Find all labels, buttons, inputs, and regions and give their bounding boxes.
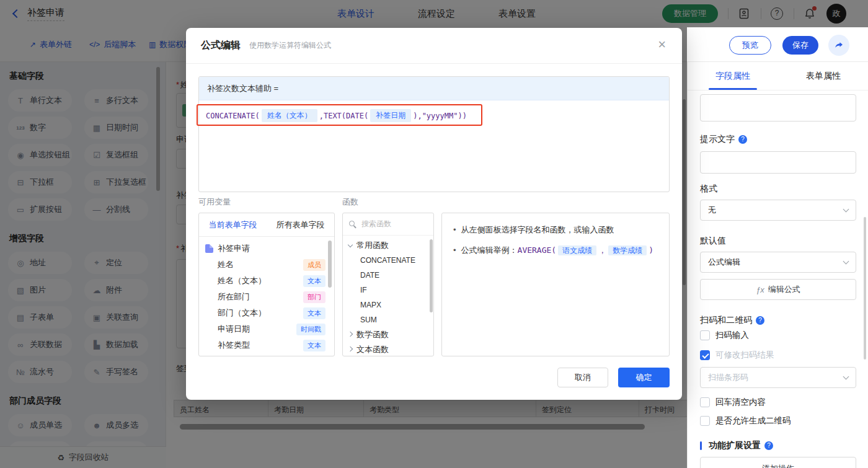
preview-button[interactable]: 预览 bbox=[729, 36, 771, 55]
variable-type-badge: 文本 bbox=[303, 340, 326, 351]
variable-item-补签类型[interactable]: 补签类型文本 bbox=[199, 337, 334, 353]
modal-overlay-top bbox=[0, 0, 868, 27]
variable-type-badge: 时间戳 bbox=[296, 324, 326, 335]
example-code: AVERAGE( bbox=[518, 245, 557, 255]
drawer-tab-表单属性[interactable]: 表单属性 bbox=[778, 62, 868, 90]
modal-subtitle: 使用数学运算符编辑公式 bbox=[249, 40, 331, 51]
share-arrow-icon bbox=[834, 40, 844, 50]
variables-panel-label: 可用变量 bbox=[198, 196, 231, 208]
search-icon bbox=[349, 221, 356, 228]
checkbox-icon bbox=[700, 397, 710, 407]
functions-panel: 搜索函数 常用函数CONCATENATEDATEIFMAPXSUM数学函数文本函… bbox=[342, 213, 434, 356]
function-item-MAPX[interactable]: MAPX bbox=[343, 298, 433, 312]
close-icon[interactable]: × bbox=[658, 38, 666, 51]
chevron-down-icon bbox=[843, 374, 849, 380]
variables-tab-当前表单字段[interactable]: 当前表单字段 bbox=[199, 213, 267, 236]
extend-help-icon[interactable]: ? bbox=[764, 441, 773, 450]
formula-expression[interactable]: CONCATENATE(姓名（文本）,TEXT(DATE(补签日期),"yyyy… bbox=[206, 109, 467, 122]
variables-tabs: 当前表单字段所有表单字段 bbox=[199, 213, 334, 237]
functions-panel-label: 函数 bbox=[342, 196, 358, 208]
section-bar bbox=[700, 441, 702, 450]
function-item-IF[interactable]: IF bbox=[343, 283, 433, 298]
description-input[interactable] bbox=[700, 94, 856, 121]
edit-formula-button[interactable]: ƒx 编辑公式 bbox=[700, 279, 856, 300]
variable-item-所在部门[interactable]: 所在部门部门 bbox=[199, 289, 334, 305]
chevron-down-icon bbox=[348, 242, 353, 247]
modal-title: 公式编辑 bbox=[201, 39, 241, 52]
formula-field-chip[interactable]: 姓名（文本） bbox=[262, 109, 317, 122]
hint-text-label: 提示文字 bbox=[700, 134, 735, 145]
bullet: • bbox=[453, 244, 456, 257]
enter-clear-checkbox[interactable]: 回车清空内容 bbox=[700, 397, 766, 408]
function-item-CONCATENATE[interactable]: CONCATENATE bbox=[343, 253, 433, 268]
formula-code: CONCATENATE( bbox=[206, 112, 260, 120]
variables-tab-所有表单字段[interactable]: 所有表单字段 bbox=[267, 213, 334, 236]
variable-type-badge: 文本 bbox=[303, 275, 326, 287]
functions-scrollbar[interactable] bbox=[430, 239, 433, 312]
checkbox-icon bbox=[700, 416, 710, 426]
checkbox-checked-icon bbox=[700, 350, 710, 360]
help-line-1: 从左侧面板选择字段名和函数，或输入函数 bbox=[461, 224, 614, 236]
function-group-文本函数[interactable]: 文本函数 bbox=[343, 342, 433, 356]
hint-help-icon[interactable]: ? bbox=[738, 135, 747, 144]
variables-scrollbar[interactable] bbox=[328, 241, 332, 288]
formula-editor-modal: 公式编辑 使用数学运算符编辑公式 × 补签次数文本辅助 = CONCATENAT… bbox=[186, 28, 682, 400]
share-button[interactable] bbox=[828, 35, 849, 56]
function-item-DATE[interactable]: DATE bbox=[343, 268, 433, 283]
function-item-SUM[interactable]: SUM bbox=[343, 312, 433, 327]
chevron-right-icon bbox=[348, 331, 353, 336]
variable-item-申请日期[interactable]: 申请日期时间戳 bbox=[199, 321, 334, 337]
chevron-down-icon bbox=[843, 206, 849, 213]
help-panel: • 从左侧面板选择字段名和函数，或输入函数 • 公式编辑举例：AVERAGE(语… bbox=[441, 213, 670, 356]
allow-qr-checkbox[interactable]: 是否允许生成二维码 bbox=[700, 415, 791, 426]
function-search-input[interactable]: 搜索函数 bbox=[343, 213, 433, 236]
scan-section-label: 扫码和二维码 bbox=[700, 315, 752, 326]
extend-section-label: 功能扩展设置 bbox=[709, 440, 761, 451]
drawer-scrollbar[interactable] bbox=[864, 217, 866, 360]
add-action-button[interactable]: 添加操作 bbox=[700, 457, 856, 468]
hint-text-input[interactable] bbox=[700, 151, 856, 174]
modal-header: 公式编辑 使用数学运算符编辑公式 bbox=[186, 28, 682, 64]
formula-field-chip[interactable]: 补签日期 bbox=[370, 109, 411, 122]
example-field-chip: 语文成绩 bbox=[558, 245, 596, 255]
formula-code: ,TEXT(DATE( bbox=[319, 112, 368, 120]
formula-editor-box[interactable]: 补签次数文本辅助 = CONCATENATE(姓名（文本）,TEXT(DATE(… bbox=[198, 76, 670, 192]
formula-code: ),"yyyyMM")) bbox=[413, 112, 467, 120]
variables-panel: 当前表单字段所有表单字段 补签申请姓名成员姓名（文本）文本所在部门部门部门（文本… bbox=[198, 213, 335, 356]
variables-form-node[interactable]: 补签申请 bbox=[199, 241, 334, 257]
variable-item-姓名[interactable]: 姓名成员 bbox=[199, 257, 334, 273]
variable-type-badge: 成员 bbox=[303, 259, 326, 271]
variable-item-部门（文本）[interactable]: 部门（文本）文本 bbox=[199, 305, 334, 321]
variable-type-badge: 部门 bbox=[303, 291, 326, 303]
scan-help-icon[interactable]: ? bbox=[756, 316, 764, 325]
example-field-chip: 数学成绩 bbox=[608, 245, 647, 255]
help-line-2: 公式编辑举例：AVERAGE(语文成绩，数学成绩) bbox=[461, 244, 653, 257]
example-code: ) bbox=[649, 245, 653, 255]
checkbox-icon bbox=[700, 330, 710, 340]
function-group-常用函数[interactable]: 常用函数 bbox=[343, 238, 433, 253]
fx-icon: ƒx bbox=[756, 285, 764, 294]
variables-list: 补签申请姓名成员姓名（文本）文本所在部门部门部门（文本）文本申请日期时间戳补签类… bbox=[199, 237, 334, 353]
format-label: 格式 bbox=[700, 183, 717, 195]
drawer-tab-字段属性[interactable]: 字段属性 bbox=[688, 62, 778, 90]
format-select[interactable]: 无 bbox=[700, 200, 856, 221]
search-placeholder: 搜索函数 bbox=[361, 219, 391, 229]
default-value-label: 默认值 bbox=[700, 236, 726, 247]
example-code: ， bbox=[598, 245, 606, 255]
bullet: • bbox=[453, 224, 456, 236]
cancel-button[interactable]: 取消 bbox=[557, 368, 608, 387]
scan-input-checkbox[interactable]: 扫码输入 bbox=[700, 330, 749, 341]
drawer-tabs: 字段属性表单属性 bbox=[688, 62, 868, 91]
functions-list: 常用函数CONCATENATEDATEIFMAPXSUM数学函数文本函数 bbox=[343, 236, 433, 356]
modify-scan-result-checkbox[interactable]: 可修改扫码结果 bbox=[700, 350, 774, 361]
form-doc-icon bbox=[205, 244, 213, 253]
confirm-button[interactable]: 确定 bbox=[618, 368, 670, 387]
chevron-down-icon bbox=[843, 258, 849, 265]
function-group-数学函数[interactable]: 数学函数 bbox=[343, 327, 433, 342]
chevron-right-icon bbox=[348, 346, 353, 351]
variable-item-姓名（文本）[interactable]: 姓名（文本）文本 bbox=[199, 273, 334, 289]
scan-type-select[interactable]: 扫描条形码 bbox=[700, 367, 856, 388]
default-value-select[interactable]: 公式编辑 bbox=[700, 252, 856, 273]
formula-target-label: 补签次数文本辅助 = bbox=[199, 77, 669, 100]
save-button[interactable]: 保存 bbox=[782, 36, 818, 55]
